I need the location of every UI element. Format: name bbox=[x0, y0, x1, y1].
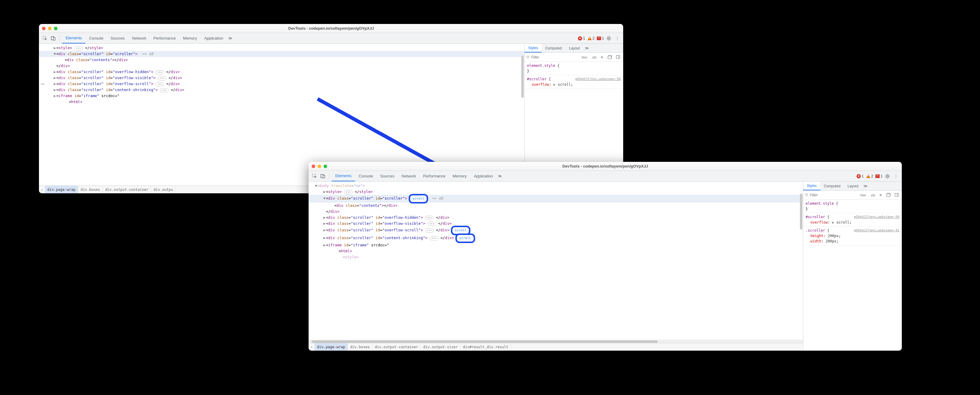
collapsed-ellipsis-icon[interactable]: ••• bbox=[428, 222, 436, 226]
subtab-layout[interactable]: Layout bbox=[844, 182, 862, 190]
collapsed-ellipsis-icon[interactable]: ••• bbox=[430, 236, 438, 241]
subtab-styles[interactable]: Styles bbox=[803, 182, 820, 190]
more-subtabs-icon[interactable]: ≫ bbox=[862, 183, 869, 190]
hov-button[interactable]: :hov bbox=[580, 55, 589, 60]
dom-node[interactable]: ▶<div class="scroller" id="overflow-hidd… bbox=[39, 69, 524, 75]
new-rule-icon[interactable]: + bbox=[600, 54, 605, 61]
collapsed-ellipsis-icon[interactable]: ••• bbox=[425, 216, 434, 220]
expand-arrow-icon[interactable]: ▶ bbox=[53, 69, 56, 75]
expand-arrow-icon[interactable]: ▶ bbox=[323, 227, 326, 233]
collapsed-ellipsis-icon[interactable]: ••• bbox=[74, 46, 83, 50]
breadcrumb-item[interactable]: div.output-container bbox=[372, 343, 421, 350]
device-toolbar-icon[interactable] bbox=[320, 173, 326, 180]
expand-arrow-icon[interactable]: ▶ bbox=[323, 189, 326, 195]
styles-filter-input[interactable] bbox=[531, 55, 578, 59]
errors-badge[interactable]: ✕1 bbox=[857, 174, 864, 178]
subtab-computed[interactable]: Computed bbox=[542, 44, 565, 53]
tab-network[interactable]: Network bbox=[398, 171, 420, 181]
css-selector[interactable]: #scroller bbox=[527, 77, 546, 81]
dom-node[interactable]: <div class="contents"></div> bbox=[39, 57, 524, 63]
expand-arrow-icon[interactable]: ▼ bbox=[53, 51, 56, 57]
collapsed-ellipsis-icon[interactable]: ••• bbox=[160, 88, 169, 92]
tab-memory[interactable]: Memory bbox=[449, 171, 470, 181]
dom-node[interactable]: ▶<div class="scroller" id="overflow-scro… bbox=[309, 226, 803, 234]
breadcrumb-item[interactable]: div.boxes bbox=[348, 343, 372, 350]
tab-network[interactable]: Network bbox=[129, 33, 150, 43]
expand-arrow-icon[interactable]: ▶ bbox=[323, 221, 326, 226]
more-tabs-icon[interactable]: ≫ bbox=[496, 173, 504, 180]
dom-node[interactable]: ▶<style> ••• </style> bbox=[39, 45, 524, 51]
css-property[interactable]: overflow: ▶ scroll; bbox=[806, 220, 899, 225]
expand-arrow-icon[interactable]: ▶ bbox=[53, 87, 56, 93]
styles-filter-input[interactable] bbox=[810, 193, 857, 197]
collapsed-ellipsis-icon[interactable]: ••• bbox=[158, 76, 166, 80]
dom-node[interactable]: <div class="contents"></div> bbox=[309, 202, 803, 209]
dom-node[interactable]: ▼<div class="scroller" id="scroller"> sc… bbox=[309, 195, 803, 202]
new-rule-icon[interactable]: + bbox=[878, 192, 883, 198]
crumb-scroll-left-icon[interactable]: ‹ bbox=[39, 188, 45, 192]
horizontal-scrollbar[interactable] bbox=[309, 340, 803, 343]
dom-node[interactable]: ▶<iframe id="iframe" srcdoc=" bbox=[39, 93, 524, 99]
css-property[interactable]: overflow: ▶ scroll; bbox=[527, 82, 621, 87]
issues-badge[interactable]: 1 bbox=[875, 174, 883, 178]
breadcrumb-item[interactable]: div#result_div.result bbox=[460, 343, 511, 350]
subtab-computed[interactable]: Computed bbox=[820, 182, 844, 190]
css-source-link[interactable]: gOVpXJJ?ano…ue&view=:50 bbox=[854, 214, 899, 220]
expand-arrow-icon[interactable]: ▶ bbox=[323, 242, 326, 248]
dom-node[interactable]: ▶<div class="scroller" id="overflow-visi… bbox=[309, 221, 803, 226]
tab-sources[interactable]: Sources bbox=[107, 33, 129, 43]
dom-node[interactable]: <html> bbox=[309, 248, 803, 254]
expand-arrow-icon[interactable]: ▼ bbox=[315, 183, 318, 189]
dom-node[interactable]: ▶<style> ••• </style> bbox=[309, 189, 803, 195]
titlebar[interactable]: DevTools - codepen.io/sofiayem/pen/gOVpX… bbox=[309, 162, 902, 171]
tab-application[interactable]: Application bbox=[201, 33, 227, 43]
collapsed-ellipsis-icon[interactable]: ••• bbox=[156, 70, 164, 74]
dom-node[interactable]: <style> bbox=[309, 254, 803, 260]
subtab-layout[interactable]: Layout bbox=[565, 44, 583, 53]
tab-application[interactable]: Application bbox=[470, 171, 497, 181]
expand-arrow-icon[interactable]: ▶ bbox=[323, 235, 326, 241]
styles-rules[interactable]: element.style {}#scroller {gOVpXJJ?ano…u… bbox=[803, 200, 902, 350]
dom-node[interactable]: ▶<div class="scroller" id="overflow-hidd… bbox=[309, 215, 803, 221]
expand-arrow-icon[interactable]: ▶ bbox=[53, 93, 56, 99]
copy-styles-icon[interactable] bbox=[606, 54, 613, 60]
dom-node[interactable]: <html> bbox=[39, 99, 524, 105]
dom-node[interactable]: ▼<body translate="no"> bbox=[309, 183, 803, 189]
dom-node[interactable]: ▶<div class="scroller" id="overflow-scro… bbox=[39, 81, 524, 87]
toggle-sidebar-icon[interactable] bbox=[893, 192, 900, 198]
tab-elements[interactable]: Elements bbox=[332, 171, 355, 181]
warnings-badge[interactable]: 2 bbox=[866, 174, 873, 178]
breadcrumb-item[interactable]: div.output-container bbox=[103, 186, 151, 193]
breadcrumb-item[interactable]: div.output-sizer bbox=[421, 343, 460, 350]
settings-icon[interactable] bbox=[605, 35, 612, 42]
dom-node[interactable]: ▶<div class="scroller" id="content-shrin… bbox=[39, 87, 524, 93]
toggle-sidebar-icon[interactable] bbox=[615, 54, 621, 60]
css-property[interactable]: height: 200px; bbox=[806, 233, 899, 239]
css-source-link[interactable]: gOVpXJJ?ano…ue&view=:41 bbox=[854, 228, 899, 233]
cls-button[interactable]: .cls bbox=[869, 193, 877, 198]
css-selector[interactable]: element.style bbox=[806, 201, 834, 205]
dom-tree[interactable]: ▼<body translate="no">▶<style> ••• </sty… bbox=[309, 182, 803, 340]
kebab-menu-icon[interactable]: ⋮ bbox=[892, 173, 899, 180]
kebab-menu-icon[interactable]: ⋮ bbox=[614, 35, 621, 42]
expand-arrow-icon[interactable]: ▶ bbox=[53, 81, 56, 87]
inspect-element-icon[interactable] bbox=[311, 173, 318, 180]
breadcrumb-item[interactable]: div.boxes bbox=[78, 186, 103, 193]
dom-node[interactable]: </div> bbox=[39, 63, 524, 69]
more-tabs-icon[interactable]: ≫ bbox=[227, 35, 234, 42]
css-selector[interactable]: .scroller bbox=[806, 228, 825, 233]
dom-node[interactable]: </div> bbox=[309, 209, 803, 215]
expand-caret-icon[interactable]: ▶ bbox=[832, 220, 834, 225]
copy-styles-icon[interactable] bbox=[885, 192, 892, 198]
expand-arrow-icon[interactable]: ▶ bbox=[53, 75, 56, 81]
css-source-link[interactable]: gOVpXJJ?noc…ue&view=:50 bbox=[575, 76, 621, 82]
expand-arrow-icon[interactable]: ▶ bbox=[53, 45, 56, 51]
tab-sources[interactable]: Sources bbox=[377, 171, 398, 181]
crumb-scroll-left-icon[interactable]: ‹ bbox=[309, 345, 315, 349]
dom-node[interactable]: ▼<div class="scroller" id="scroller"> ==… bbox=[39, 51, 524, 57]
tab-memory[interactable]: Memory bbox=[180, 33, 201, 43]
subtab-styles[interactable]: Styles bbox=[525, 44, 542, 53]
titlebar[interactable]: DevTools - codepen.io/sofiayem/pen/gOVpX… bbox=[39, 24, 623, 33]
warnings-badge[interactable]: 2 bbox=[587, 36, 595, 40]
scroll-badge[interactable]: scroll bbox=[410, 195, 428, 202]
